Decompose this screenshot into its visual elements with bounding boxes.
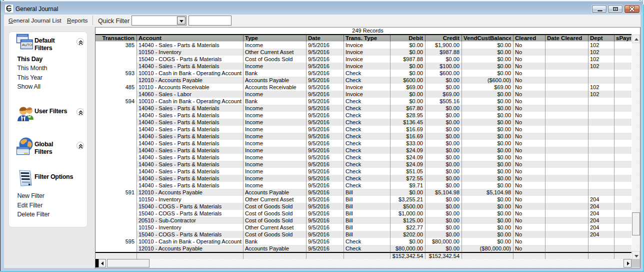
svg-text:AUTO: AUTO (22, 43, 32, 47)
